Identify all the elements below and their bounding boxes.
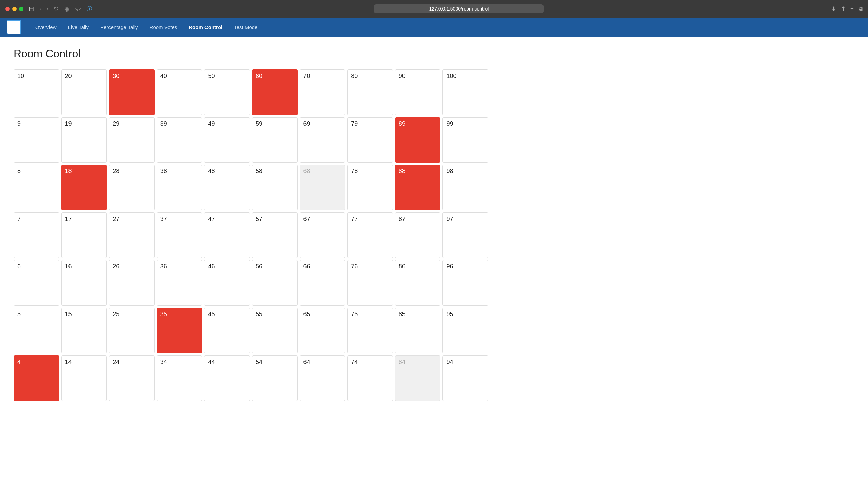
- room-cell-20[interactable]: 20: [61, 69, 107, 115]
- room-cell-68[interactable]: 68: [300, 165, 346, 210]
- nav-live-tally[interactable]: Live Tally: [63, 22, 94, 32]
- room-cell-67[interactable]: 67: [300, 212, 346, 258]
- room-cell-64[interactable]: 64: [300, 355, 346, 401]
- room-cell-29[interactable]: 29: [109, 117, 155, 163]
- navbar-links: Overview Live Tally Percentage Tally Roo…: [31, 22, 262, 32]
- maximize-button[interactable]: [19, 7, 23, 11]
- nav-room-votes[interactable]: Room Votes: [145, 22, 182, 32]
- minimize-button[interactable]: [12, 7, 17, 11]
- nav-percentage-tally[interactable]: Percentage Tally: [96, 22, 143, 32]
- room-cell-88[interactable]: 88: [395, 165, 441, 210]
- room-cell-28[interactable]: 28: [109, 165, 155, 210]
- room-cell-34[interactable]: 34: [157, 355, 202, 401]
- tabs-icon[interactable]: ⧉: [859, 5, 863, 12]
- room-cell-95[interactable]: 95: [442, 308, 488, 353]
- room-cell-15[interactable]: 15: [61, 308, 107, 353]
- room-grid: 1020304050607080901009192939495969798999…: [14, 69, 488, 401]
- room-cell-35[interactable]: 35: [157, 308, 202, 353]
- room-cell-49[interactable]: 49: [204, 117, 250, 163]
- room-cell-74[interactable]: 74: [347, 355, 393, 401]
- room-cell-58[interactable]: 58: [252, 165, 298, 210]
- room-cell-17[interactable]: 17: [61, 212, 107, 258]
- room-cell-4[interactable]: 4: [14, 355, 59, 401]
- room-cell-19[interactable]: 19: [61, 117, 107, 163]
- room-cell-94[interactable]: 94: [442, 355, 488, 401]
- room-cell-18[interactable]: 18: [61, 165, 107, 210]
- room-cell-66[interactable]: 66: [300, 260, 346, 306]
- room-cell-37[interactable]: 37: [157, 212, 202, 258]
- room-cell-54[interactable]: 54: [252, 355, 298, 401]
- room-cell-85[interactable]: 85: [395, 308, 441, 353]
- dev-tools-icon: </>: [73, 5, 83, 13]
- room-cell-5[interactable]: 5: [14, 308, 59, 353]
- room-cell-45[interactable]: 45: [204, 308, 250, 353]
- room-cell-59[interactable]: 59: [252, 117, 298, 163]
- room-cell-80[interactable]: 80: [347, 69, 393, 115]
- room-cell-98[interactable]: 98: [442, 165, 488, 210]
- room-cell-50[interactable]: 50: [204, 69, 250, 115]
- forward-button[interactable]: ›: [45, 4, 50, 13]
- main-content: Room Control 102030405060708090100919293…: [0, 37, 868, 412]
- room-cell-30[interactable]: 30: [109, 69, 155, 115]
- room-cell-77[interactable]: 77: [347, 212, 393, 258]
- nav-room-control[interactable]: Room Control: [184, 22, 227, 32]
- room-cell-6[interactable]: 6: [14, 260, 59, 306]
- room-cell-70[interactable]: 70: [300, 69, 346, 115]
- room-cell-99[interactable]: 99: [442, 117, 488, 163]
- shield-icon: 🛡: [53, 5, 60, 13]
- room-cell-90[interactable]: 90: [395, 69, 441, 115]
- room-cell-16[interactable]: 16: [61, 260, 107, 306]
- room-cell-100[interactable]: 100: [442, 69, 488, 115]
- new-tab-icon[interactable]: +: [850, 5, 854, 12]
- share-icon[interactable]: ⬆: [841, 5, 846, 13]
- download-icon[interactable]: ⬇: [831, 5, 836, 13]
- browser-chrome: ⊟ ‹ › 🛡 ◉ </> ⓘ ⬇ ⬆ + ⧉: [0, 0, 868, 18]
- room-cell-57[interactable]: 57: [252, 212, 298, 258]
- page-title: Room Control: [14, 47, 854, 60]
- room-cell-39[interactable]: 39: [157, 117, 202, 163]
- room-cell-14[interactable]: 14: [61, 355, 107, 401]
- room-cell-24[interactable]: 24: [109, 355, 155, 401]
- room-cell-87[interactable]: 87: [395, 212, 441, 258]
- room-cell-27[interactable]: 27: [109, 212, 155, 258]
- room-cell-48[interactable]: 48: [204, 165, 250, 210]
- room-cell-97[interactable]: 97: [442, 212, 488, 258]
- room-cell-79[interactable]: 79: [347, 117, 393, 163]
- room-cell-9[interactable]: 9: [14, 117, 59, 163]
- rss-icon: ◉: [63, 4, 71, 14]
- room-cell-56[interactable]: 56: [252, 260, 298, 306]
- room-cell-47[interactable]: 47: [204, 212, 250, 258]
- room-cell-76[interactable]: 76: [347, 260, 393, 306]
- room-cell-46[interactable]: 46: [204, 260, 250, 306]
- browser-right-icons: ⬇ ⬆ + ⧉: [831, 5, 863, 13]
- room-cell-26[interactable]: 26: [109, 260, 155, 306]
- back-button[interactable]: ‹: [38, 4, 42, 13]
- room-cell-78[interactable]: 78: [347, 165, 393, 210]
- room-cell-36[interactable]: 36: [157, 260, 202, 306]
- sidebar-toggle-button[interactable]: ⊟: [27, 4, 35, 14]
- room-cell-44[interactable]: 44: [204, 355, 250, 401]
- room-cell-40[interactable]: 40: [157, 69, 202, 115]
- room-cell-25[interactable]: 25: [109, 308, 155, 353]
- navbar: Overview Live Tally Percentage Tally Roo…: [0, 18, 868, 37]
- room-cell-96[interactable]: 96: [442, 260, 488, 306]
- room-cell-8[interactable]: 8: [14, 165, 59, 210]
- nav-test-mode[interactable]: Test Mode: [229, 22, 262, 32]
- room-cell-7[interactable]: 7: [14, 212, 59, 258]
- brand-logo[interactable]: [7, 20, 21, 34]
- room-cell-69[interactable]: 69: [300, 117, 346, 163]
- room-cell-10[interactable]: 10: [14, 69, 59, 115]
- room-cell-75[interactable]: 75: [347, 308, 393, 353]
- nav-overview[interactable]: Overview: [31, 22, 61, 32]
- room-cell-55[interactable]: 55: [252, 308, 298, 353]
- room-cell-60[interactable]: 60: [252, 69, 298, 115]
- room-cell-86[interactable]: 86: [395, 260, 441, 306]
- room-cell-65[interactable]: 65: [300, 308, 346, 353]
- room-cell-84[interactable]: 84: [395, 355, 441, 401]
- address-bar[interactable]: [374, 4, 544, 13]
- close-button[interactable]: [5, 7, 10, 11]
- room-cell-89[interactable]: 89: [395, 117, 441, 163]
- room-cell-38[interactable]: 38: [157, 165, 202, 210]
- reload-button[interactable]: [825, 7, 827, 10]
- extension-icon: ⓘ: [85, 4, 93, 14]
